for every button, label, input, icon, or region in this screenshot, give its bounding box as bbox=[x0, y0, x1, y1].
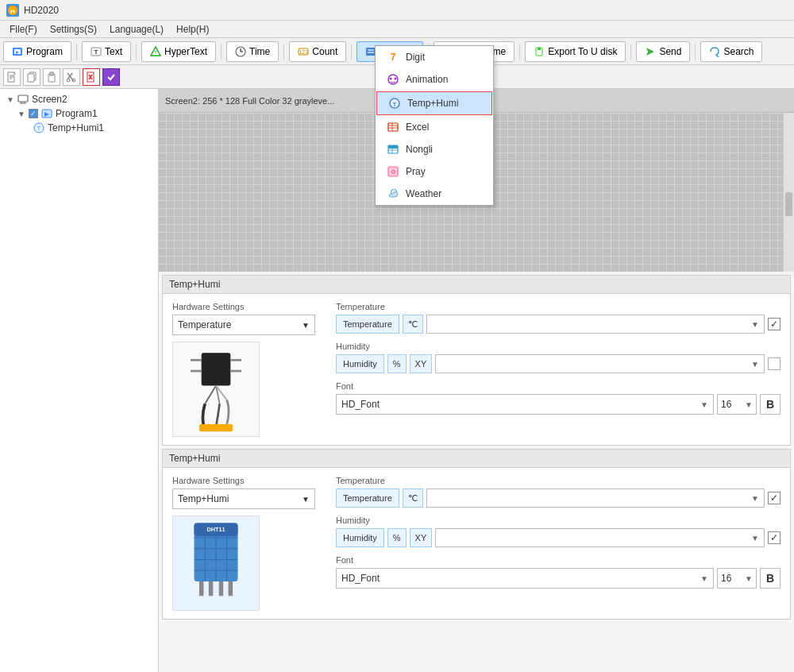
panel1-temp-unit[interactable]: ℃ bbox=[403, 315, 423, 334]
tree-screen[interactable]: ▼ Screen2 bbox=[3, 92, 155, 106]
sep3 bbox=[221, 44, 222, 60]
panel2-font-size-select[interactable]: 16 ▼ bbox=[717, 568, 757, 589]
panel1-font-row: HD_Font ▼ 16 ▼ B bbox=[336, 394, 781, 415]
digit-icon: 7 bbox=[387, 51, 399, 64]
panel1-hardware-value: Temperature bbox=[178, 319, 231, 330]
toolbar-hypertext-btn[interactable]: T HyperText bbox=[141, 41, 216, 62]
panel1-font-select[interactable]: HD_Font ▼ bbox=[336, 394, 714, 415]
panel2-bold-btn[interactable]: B bbox=[760, 568, 781, 589]
probe-sensor-svg bbox=[180, 346, 252, 433]
tree-program[interactable]: ▼ ✓ Program1 bbox=[3, 106, 155, 121]
sep5 bbox=[351, 44, 352, 60]
panel1-font-label: Font bbox=[336, 381, 781, 391]
scrollbar-thumb[interactable] bbox=[785, 192, 792, 216]
dropdown-excel[interactable]: Excel bbox=[376, 116, 493, 138]
svg-rect-47 bbox=[202, 353, 231, 385]
panel2-humidity-label: Humidity bbox=[336, 516, 781, 525]
program-checkbox[interactable]: ✓ bbox=[29, 109, 38, 118]
canvas-scrollbar[interactable] bbox=[783, 113, 794, 272]
panel2-humidity-check-mark: ✓ bbox=[770, 532, 778, 543]
animation-icon bbox=[387, 73, 399, 86]
toolbar-send-label: Send bbox=[659, 46, 681, 57]
app-icon: H bbox=[6, 4, 19, 17]
toolbar-export-btn[interactable]: Export To U disk bbox=[525, 41, 626, 62]
panel1-humidity-dropdown[interactable]: ▼ bbox=[435, 354, 765, 373]
panel2-temp-tag[interactable]: Temperature bbox=[336, 489, 399, 508]
svg-point-72 bbox=[395, 78, 397, 80]
panel2-hardware-select[interactable]: Temp+Humi ▼ bbox=[172, 489, 315, 509]
dropdown-excel-label: Excel bbox=[406, 122, 429, 133]
panel1-hardware-select[interactable]: Temperature ▼ bbox=[172, 315, 315, 335]
panel2-hardware-arrow: ▼ bbox=[302, 495, 310, 504]
dropdown-animation[interactable]: Animation bbox=[376, 68, 493, 91]
dropdown-pray[interactable]: ✿ Pray bbox=[376, 160, 493, 183]
panel1-font-size-select[interactable]: 16 ▼ bbox=[717, 394, 757, 415]
svg-rect-69 bbox=[229, 581, 233, 596]
menu-settings[interactable]: Settings(S) bbox=[44, 22, 103, 36]
weather-icon-svg bbox=[387, 187, 399, 200]
panel2-right: Temperature Temperature ℃ ▼ ✓ bbox=[336, 476, 781, 597]
dropdown-weather[interactable]: Weather bbox=[376, 183, 493, 205]
panel2-temp-dropdown[interactable]: ▼ bbox=[426, 489, 765, 508]
dropdown-digit[interactable]: 7 Digit bbox=[376, 46, 493, 68]
menu-bar: File(F) Settings(S) Language(L) Help(H) bbox=[0, 21, 794, 38]
dropdown-animation-label: Animation bbox=[406, 74, 448, 85]
panel1-bold-btn[interactable]: B bbox=[760, 394, 781, 415]
panel2-temp-label: Temperature bbox=[336, 476, 781, 485]
menu-language[interactable]: Language(L) bbox=[103, 22, 170, 36]
panel1-font-arrow: ▼ bbox=[700, 400, 708, 409]
panel1-font-group: Font HD_Font ▼ 16 ▼ B bbox=[336, 381, 781, 415]
nongli-icon-svg bbox=[387, 143, 399, 156]
menu-help[interactable]: Help(H) bbox=[170, 22, 215, 36]
panel2-humidity-unit1[interactable]: % bbox=[387, 528, 407, 547]
panel2-humidity-checkbox[interactable]: ✓ bbox=[768, 531, 781, 544]
panel1-temp-checkbox[interactable]: ✓ bbox=[768, 318, 781, 330]
svg-rect-39 bbox=[18, 95, 28, 102]
toolbar-time-btn[interactable]: Time bbox=[226, 41, 279, 62]
dropdown-nongli[interactable]: Nongli bbox=[376, 138, 493, 160]
nongli-icon bbox=[387, 143, 399, 156]
panel1-temp-tag[interactable]: Temperature bbox=[336, 315, 399, 334]
toolbar-search-btn[interactable]: Search bbox=[700, 41, 762, 62]
panel1-humidity-unit2[interactable]: XY bbox=[410, 354, 433, 373]
panel1-humidity-tag[interactable]: Humidity bbox=[336, 354, 384, 373]
panel2-temp-checkbox[interactable]: ✓ bbox=[768, 492, 781, 504]
toolbar-send-btn[interactable]: Send bbox=[636, 41, 690, 62]
toolbar-text-btn[interactable]: T Text bbox=[82, 41, 131, 62]
panel2-humidity-unit2[interactable]: XY bbox=[410, 528, 433, 547]
pray-icon: ✿ bbox=[387, 165, 399, 178]
svg-text:123: 123 bbox=[299, 49, 308, 55]
panel2-humidity-dropdown-arrow: ▼ bbox=[751, 534, 759, 543]
svg-rect-75 bbox=[388, 123, 398, 131]
delete-btn[interactable] bbox=[83, 68, 100, 86]
panel1-content: Hardware Settings Temperature ▼ bbox=[163, 294, 790, 445]
copy-btn[interactable] bbox=[23, 68, 40, 86]
panel2-font-select[interactable]: HD_Font ▼ bbox=[336, 568, 714, 589]
panel2-temp-unit[interactable]: ℃ bbox=[403, 489, 423, 508]
toolbar-program-btn[interactable]: Program bbox=[3, 41, 71, 62]
menu-file[interactable]: File(F) bbox=[3, 22, 44, 36]
toolbar-hypertext-label: HyperText bbox=[164, 46, 207, 57]
panel1-sensor-image bbox=[172, 342, 260, 437]
panel2-humidity-tag[interactable]: Humidity bbox=[336, 528, 384, 547]
panel1-temp-dropdown[interactable]: ▼ bbox=[426, 315, 765, 334]
panel2-hardware-value: Temp+Humi bbox=[178, 493, 229, 504]
excel-icon-svg bbox=[387, 121, 399, 133]
screen-chevron: ▼ bbox=[6, 95, 14, 104]
paste-btn[interactable] bbox=[43, 68, 60, 86]
tree-item-temphumi[interactable]: T Temp+Humi1 bbox=[3, 121, 155, 135]
panel1-humidity-unit1[interactable]: % bbox=[387, 354, 407, 373]
dropdown-temp-humi[interactable]: T Temp+Humi bbox=[376, 91, 492, 115]
temphumi-icon-dd: T bbox=[388, 97, 401, 110]
panel1-humidity-checkbox[interactable] bbox=[768, 357, 781, 370]
panel1-hardware-arrow: ▼ bbox=[302, 321, 310, 330]
panel2-humidity-dropdown[interactable]: ▼ bbox=[435, 528, 765, 547]
panel1: Temp+Humi Hardware Settings Temperature … bbox=[162, 275, 791, 446]
panel2-font-arrow: ▼ bbox=[700, 574, 708, 583]
toolbar-count-btn[interactable]: 123 Count bbox=[289, 41, 346, 62]
panel1-hardware-label: Hardware Settings bbox=[172, 302, 323, 311]
panel2: Temp+Humi Hardware Settings Temp+Humi ▼ bbox=[162, 449, 791, 620]
check-btn[interactable] bbox=[102, 68, 120, 86]
new-btn[interactable] bbox=[3, 68, 21, 86]
cut-btn[interactable] bbox=[63, 68, 80, 86]
